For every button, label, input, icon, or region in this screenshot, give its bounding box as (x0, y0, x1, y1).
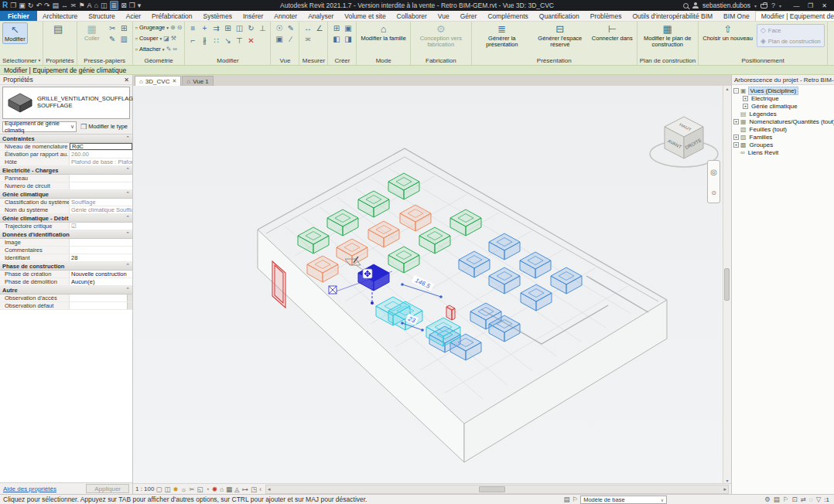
drop-node[interactable] (371, 301, 374, 305)
expand-icon[interactable]: + (743, 96, 748, 101)
unjoin-geometry-icon[interactable]: ⊖ (177, 24, 183, 31)
open-file-icon[interactable]: ❐ (10, 2, 16, 9)
tab-structure[interactable]: Structure (83, 11, 121, 21)
type-selector[interactable]: GRILLE_VENTILATION_SOUFFLAGE SOUFFLAGE ▾ (2, 87, 130, 119)
scroll-up-icon[interactable]: ▴ (726, 86, 728, 91)
close-button[interactable]: ✕ (818, 1, 831, 10)
hvac-terminal-box[interactable] (368, 221, 399, 247)
displacement-sets-icon[interactable]: ◳ (251, 485, 257, 493)
connecter-dans-button[interactable]: ⊢Connecter dans (590, 22, 634, 43)
modifier-button[interactable]: ↖Modifier (2, 22, 28, 44)
revit-logo-icon[interactable]: R (2, 2, 8, 9)
delete-icon[interactable]: ✕ (248, 36, 254, 45)
section-icon[interactable]: ◫ (101, 2, 108, 9)
tree-item-familles[interactable]: +▨Familles (733, 133, 834, 141)
section-pin-icon[interactable]: ⌃ (125, 287, 132, 293)
switch-windows-icon[interactable]: ❐ (129, 2, 135, 9)
properties-close-icon[interactable]: ✕ (124, 77, 129, 83)
tree-item-liens-revit[interactable]: ∞Liens Revit (733, 148, 834, 156)
tree-item-vues-discipline-[interactable]: -▣Vues (Discipline) (733, 87, 834, 94)
expand-icon[interactable]: + (733, 119, 739, 124)
tab-collaborer[interactable]: Collaborer (391, 11, 432, 21)
offset-icon[interactable]: ⇉ (213, 24, 219, 32)
match-type-icon[interactable]: ✎ (109, 35, 115, 43)
property-section-autre[interactable]: Autre⌃ (0, 286, 132, 295)
sun-path-icon[interactable]: ✹ (173, 485, 179, 493)
g-n-rer-la-pr-sentation-button[interactable]: ≣Générer la présentation (474, 22, 530, 49)
detail-level-icon[interactable]: ◫ (165, 485, 171, 493)
property-value[interactable] (70, 182, 132, 189)
property-value[interactable]: 260.00 (70, 151, 132, 158)
property-section-g-nie-climatique[interactable]: Génie climatique⌃ (0, 190, 132, 199)
section-pin-icon[interactable]: ⌃ (125, 135, 132, 141)
filter-icon[interactable]: ▽ (816, 495, 822, 503)
reveal-hidden-elements-icon[interactable]: ✺ (212, 485, 217, 493)
override-graphics-icon[interactable]: ✎ (288, 24, 294, 32)
wall-joins-icon[interactable]: ∞ (173, 46, 177, 53)
scale-icon[interactable]: ↘ (224, 36, 231, 45)
hvac-terminal-box[interactable] (298, 227, 329, 254)
spud-box-icon[interactable] (329, 286, 337, 294)
hvac-terminal-box[interactable] (520, 252, 551, 278)
hvac-terminal-box[interactable] (551, 267, 582, 294)
section-pin-icon[interactable]: ⌃ (125, 231, 132, 237)
expand-icon[interactable]: + (733, 135, 739, 140)
hvac-terminal-box[interactable] (459, 251, 490, 278)
property-section-phase-de-construction[interactable]: Phase de construction⌃ (0, 262, 132, 271)
apply-button[interactable]: Appliquer (86, 484, 129, 493)
selection-box-icon[interactable]: ▣ (275, 35, 282, 43)
grugeage-row[interactable]: ▫Grugeage▾⊕⊖ (135, 22, 183, 32)
view-tab-3d-cvc[interactable]: ⌂3D_CVC✕ (135, 76, 181, 86)
tab-analyser[interactable]: Analyser (302, 11, 339, 21)
array-icon[interactable]: ∷ (214, 36, 218, 45)
paint-icon[interactable]: ✎ (166, 46, 172, 53)
trim-extend-icon[interactable]: ⌐ (191, 36, 196, 45)
aligned-dimension-small-icon[interactable]: ≍ (305, 35, 311, 43)
save-icon[interactable]: ▣ (19, 2, 26, 9)
move-handle-icon[interactable] (363, 269, 372, 278)
caret-icon[interactable]: ▾ (162, 47, 165, 52)
g-n-rer-l-espace-r-serv--button[interactable]: ⊟Générer l'espace réservé (532, 22, 588, 49)
property-value[interactable]: Soufflage (70, 199, 132, 206)
demolish-icon[interactable]: ⚒ (171, 35, 176, 42)
tab-probl-mes[interactable]: Problèmes (585, 11, 627, 21)
scroll-down-icon[interactable]: ▾ (726, 478, 728, 483)
design-option-dropdown[interactable]: Modèle de base∨ (580, 495, 667, 504)
collapse-icon[interactable]: ‹ (259, 485, 261, 493)
drag-select-icon[interactable]: ⇄ (801, 495, 806, 503)
property-section-contraintes[interactable]: Contraintes⌃ (0, 135, 132, 143)
hvac-terminal-box[interactable] (388, 173, 419, 199)
editable-only-icon[interactable]: ⊡ (791, 495, 797, 503)
cut-icon[interactable]: ✂ (109, 24, 115, 32)
view-tab-close-icon[interactable]: ✕ (172, 78, 176, 84)
store-icon[interactable] (761, 4, 767, 9)
vertical-scrollbar[interactable]: ▴ ▾ (723, 86, 731, 483)
text-note-icon[interactable]: A (87, 2, 92, 9)
create-group-icon[interactable]: ▣ (344, 24, 351, 32)
worksets-status-icon[interactable]: ▤ (774, 495, 780, 503)
tree-item-feuilles-tout-[interactable]: ▧Feuilles (tout) (733, 125, 834, 133)
tree-item-groupes[interactable]: +▩Groupes (733, 141, 834, 148)
hvac-terminal-box[interactable] (327, 209, 358, 236)
visual-style-icon[interactable]: ▢ (156, 485, 162, 493)
align-icon[interactable]: ≡ (191, 24, 196, 32)
worksharing-display-icon[interactable]: ⌂ (220, 485, 224, 493)
tab-ins-rer[interactable]: Insérer (238, 11, 268, 21)
property-value[interactable] (70, 295, 127, 301)
hvac-terminal-box[interactable] (337, 239, 367, 265)
modifier-le-plan-de-construction-button[interactable]: ▦Modifier le plan de construction (640, 22, 696, 49)
split-element-icon[interactable]: ∦ (203, 36, 207, 45)
property-ellipsis-button[interactable] (127, 302, 132, 309)
tab-fichier[interactable]: Fichier (0, 11, 37, 21)
caret-icon[interactable]: ▾ (166, 26, 169, 30)
crop-region-visibility-icon[interactable]: ◱ (197, 485, 203, 493)
undo-icon[interactable]: ↶ (36, 2, 42, 9)
collapse-icon[interactable]: - (733, 88, 739, 94)
redo-icon[interactable]: ↷ (44, 2, 50, 9)
property-value[interactable] (70, 175, 132, 182)
hvac-terminal-box[interactable] (521, 284, 552, 311)
couper-row[interactable]: ▫Couper▾◪⚒ (135, 33, 183, 43)
measure-along-icon[interactable]: ∠ (316, 24, 323, 32)
hide-elements-icon[interactable]: ☉ (275, 24, 282, 32)
section-pin-icon[interactable]: ⌃ (125, 167, 132, 173)
